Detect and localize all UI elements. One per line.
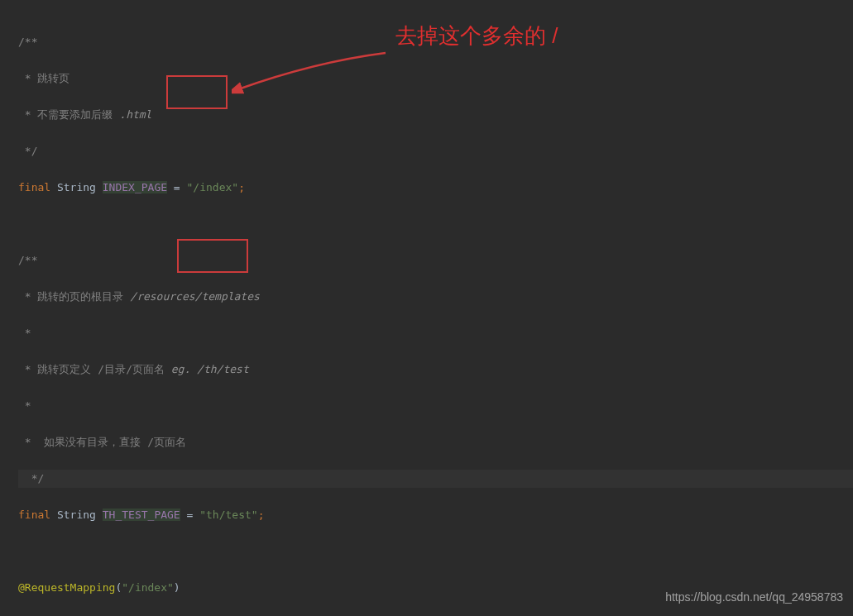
comment: * 不需要添加后缀: [18, 108, 119, 121]
code-line: */: [18, 142, 853, 160]
semicolon: ;: [238, 181, 245, 193]
annotation: @RequestMapping: [18, 581, 115, 594]
string-literal: "/index": [187, 181, 239, 193]
operator: =: [167, 181, 186, 193]
code-line: * 跳转页定义 /目录/页面名 eg. /th/test: [18, 361, 853, 379]
code-line: final String TH_TEST_PAGE = "th/test";: [18, 506, 853, 524]
code-line: [18, 542, 853, 561]
field-index-page: INDEX_PAGE: [103, 181, 167, 193]
comment: * 跳转的页的根目录: [18, 290, 130, 303]
code-line: final String INDEX_PAGE = "/index";: [18, 179, 853, 197]
comment: *: [18, 399, 31, 412]
keyword-final: final: [18, 509, 50, 521]
string-literal: "/index": [122, 581, 174, 594]
code-line: *: [18, 324, 853, 342]
comment: *: [18, 327, 31, 339]
field-th-test-page: TH_TEST_PAGE: [103, 509, 180, 521]
code-line: /**: [18, 251, 853, 270]
comment: /**: [18, 254, 37, 266]
code-line: * 跳转的页的根目录 /resources/templates: [18, 288, 853, 306]
comment-italic: eg. /th/test: [171, 363, 249, 375]
operator: =: [180, 509, 199, 521]
comment-italic: /resources/templates: [130, 290, 260, 303]
semicolon: ;: [258, 509, 265, 521]
code-line-highlighted: */: [18, 470, 853, 488]
code-line: *: [18, 397, 853, 415]
string-literal: "th/test": [199, 509, 257, 521]
code-line: * 如果没有目录，直接 /页面名: [18, 433, 853, 451]
keyword-final: final: [18, 181, 50, 193]
callout-text: 去掉这个多余的 /: [395, 26, 558, 45]
comment: /**: [18, 36, 37, 48]
watermark: https://blog.csdn.net/qq_24958783: [665, 588, 843, 606]
type: String: [57, 509, 96, 521]
comment-italic: .html: [119, 108, 151, 121]
type: String: [57, 181, 96, 193]
code-editor: /** * 跳转页 * 不需要添加后缀 .html */ final Strin…: [0, 0, 853, 616]
comment: * 跳转页定义 /目录/页面名: [18, 363, 171, 375]
code-line: * 跳转页: [18, 69, 853, 88]
code-line: [18, 215, 853, 233]
comment: * 跳转页: [18, 72, 69, 84]
comment: * 如果没有目录，直接 /页面名: [18, 436, 186, 448]
comment: */: [18, 145, 37, 157]
code-line: * 不需要添加后缀 .html: [18, 106, 853, 124]
comment: */: [25, 472, 44, 485]
